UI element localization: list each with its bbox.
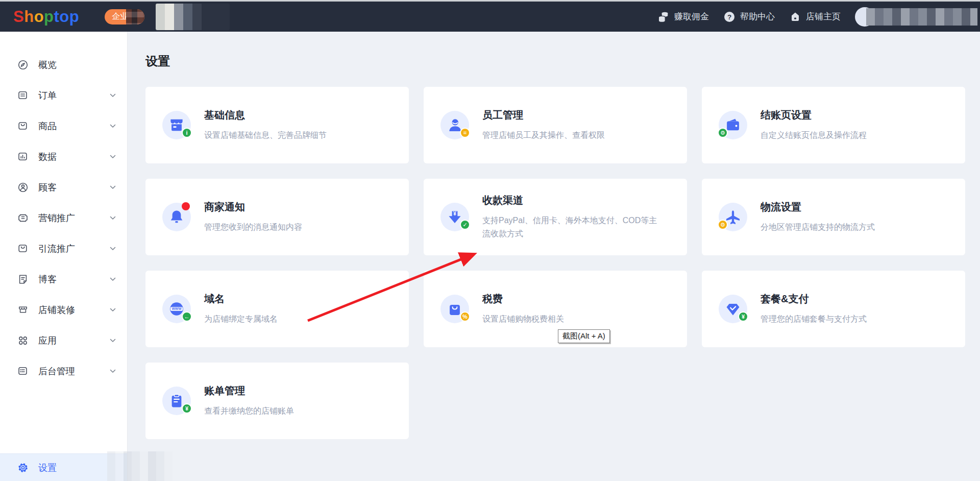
- settings-card-store[interactable]: i基础信息设置店铺基础信息、完善品牌细节: [145, 87, 409, 163]
- card-description: 管理您收到的消息通知内容: [204, 221, 302, 234]
- data-icon: [17, 151, 29, 163]
- card-title: 基础信息: [204, 108, 327, 122]
- sidebar-item-label: 博客: [38, 273, 110, 285]
- settings-card-plane[interactable]: ⚙物流设置分地区管理店铺支持的物流方式: [702, 179, 965, 255]
- tooltip-label: 截图(Alt + A): [562, 331, 605, 341]
- settings-card-plan[interactable]: ¥套餐&支付管理您的店铺套餐与支付方式: [702, 271, 965, 347]
- card-badge-icon: %: [460, 311, 470, 322]
- settings-card-payment[interactable]: ¥✓收款渠道支持PayPal、信用卡、海外本地支付、COD等主流收款方式: [424, 179, 687, 255]
- sidebar-item-admin[interactable]: 后台管理: [0, 356, 127, 387]
- card-title: 结账页设置: [761, 108, 867, 122]
- chevron-down-icon: [110, 247, 116, 251]
- bell-icon: [162, 203, 191, 231]
- sidebar-item-apps[interactable]: 应用: [0, 325, 127, 356]
- sidebar-item-decorate[interactable]: 店铺装修: [0, 295, 127, 325]
- sidebar-item-label: 商品: [38, 120, 110, 132]
- blurred-badge-region: [126, 9, 144, 25]
- header-nav-label: 帮助中心: [740, 11, 775, 22]
- card-title: 账单管理: [204, 384, 294, 398]
- card-text: 员工管理管理店铺员工及其操作、查看权限: [482, 108, 605, 142]
- logo-letter: o: [59, 8, 69, 26]
- sidebar-item-compass[interactable]: 概览: [0, 50, 127, 80]
- traffic-icon: [17, 243, 29, 255]
- header-nav-help[interactable]: ?帮助中心: [723, 11, 775, 23]
- card-description: 自定义结账页信息及操作流程: [761, 129, 867, 142]
- card-badge-icon: ✓: [460, 220, 470, 230]
- card-text: 账单管理查看并缴纳您的店铺账单: [204, 384, 294, 418]
- decorate-icon: [17, 304, 29, 316]
- card-title: 域名: [204, 292, 278, 306]
- sidebar-item-product[interactable]: 商品: [0, 111, 127, 141]
- admin-icon: [17, 365, 29, 377]
- blurred-account-name: [866, 8, 977, 26]
- plane-icon: ⚙: [719, 203, 747, 231]
- shoptop-logo[interactable]: Shoptop: [13, 8, 79, 26]
- wallet-icon: ⚙: [719, 111, 747, 139]
- chevron-down-icon: [110, 185, 116, 189]
- sidebar-item-data[interactable]: 数据: [0, 141, 127, 172]
- card-title: 商家通知: [204, 200, 302, 214]
- logo-letter: S: [13, 8, 24, 26]
- logo-letter: o: [34, 8, 44, 26]
- sidebar-item-traffic[interactable]: 引流推广: [0, 233, 127, 264]
- card-title: 物流设置: [761, 200, 875, 214]
- staff-icon: =: [440, 111, 469, 139]
- header-nav-shop-home[interactable]: 店铺主页: [789, 11, 841, 23]
- card-title: 员工管理: [482, 108, 605, 122]
- card-description: 管理您的店铺套餐与支付方式: [761, 312, 867, 326]
- logo-letter: t: [54, 8, 60, 26]
- chevron-down-icon: [110, 216, 116, 220]
- main-content: 设置 i基础信息设置店铺基础信息、完善品牌细节=员工管理管理店铺员工及其操作、查…: [128, 32, 980, 481]
- card-description: 设置店铺基础信息、完善品牌细节: [204, 129, 327, 142]
- compass-icon: [17, 59, 29, 71]
- card-text: 结账页设置自定义结账页信息及操作流程: [761, 108, 867, 142]
- card-badge-icon: ⚙: [718, 220, 728, 230]
- settings-card-domain[interactable]: WWW←域名为店铺绑定专属域名: [145, 271, 409, 347]
- card-description: 管理店铺员工及其操作、查看权限: [482, 129, 605, 142]
- card-badge-icon: [182, 202, 190, 210]
- chevron-down-icon: [110, 308, 116, 312]
- header-nav-coins[interactable]: 赚取佣金: [656, 10, 709, 23]
- blurred-corner-region: [107, 451, 173, 481]
- sidebar-item-customer[interactable]: 顾客: [0, 172, 127, 203]
- sidebar-item-label: 引流推广: [38, 243, 110, 255]
- sidebar-item-marketing[interactable]: 营销推广: [0, 203, 127, 233]
- plan-icon: ¥: [719, 295, 747, 323]
- card-description: 支持PayPal、信用卡、海外本地支付、COD等主流收款方式: [482, 214, 664, 240]
- help-icon: ?: [723, 11, 736, 23]
- card-badge-icon: ¥: [738, 311, 748, 322]
- gear-icon: [17, 462, 29, 474]
- card-description: 设置店铺购物税费相关: [482, 312, 564, 326]
- domain-icon: WWW←: [162, 295, 191, 323]
- sidebar-settings-label: 设置: [38, 462, 57, 474]
- shop-home-icon: [789, 11, 801, 23]
- card-description: 为店铺绑定专属域名: [204, 312, 278, 326]
- account-area[interactable]: [855, 4, 977, 30]
- sidebar-item-blog[interactable]: 博客: [0, 264, 127, 295]
- card-text: 物流设置分地区管理店铺支持的物流方式: [761, 200, 875, 234]
- settings-card-bell[interactable]: 商家通知管理您收到的消息通知内容: [145, 179, 409, 255]
- apps-icon: [17, 334, 29, 347]
- settings-card-bill[interactable]: ¥账单管理查看并缴纳您的店铺账单: [145, 363, 409, 439]
- enterprise-plan-badge: 企业: [105, 9, 144, 25]
- card-text: 套餐&支付管理您的店铺套餐与支付方式: [761, 292, 867, 326]
- settings-card-wallet[interactable]: ⚙结账页设置自定义结账页信息及操作流程: [702, 87, 965, 163]
- bill-icon: ¥: [162, 387, 191, 415]
- card-title: 收款渠道: [482, 194, 664, 207]
- payment-icon: ¥✓: [440, 203, 469, 231]
- svg-text:?: ?: [727, 13, 731, 20]
- sidebar-item-label: 后台管理: [38, 365, 110, 377]
- chevron-down-icon: [110, 124, 116, 128]
- logo-letter: p: [44, 8, 54, 26]
- sidebar-item-label: 数据: [38, 151, 110, 163]
- settings-card-tax[interactable]: %税费设置店铺购物税费相关: [424, 271, 687, 347]
- card-text: 商家通知管理您收到的消息通知内容: [204, 200, 302, 234]
- card-text: 基础信息设置店铺基础信息、完善品牌细节: [204, 108, 327, 142]
- order-icon: [17, 89, 29, 102]
- sidebar-item-label: 营销推广: [38, 212, 110, 224]
- svg-text:¥: ¥: [453, 210, 456, 217]
- settings-card-staff[interactable]: =员工管理管理店铺员工及其操作、查看权限: [424, 87, 687, 163]
- sidebar-item-order[interactable]: 订单: [0, 80, 127, 111]
- card-badge-icon: ¥: [182, 403, 192, 414]
- card-badge-icon: ←: [182, 311, 192, 322]
